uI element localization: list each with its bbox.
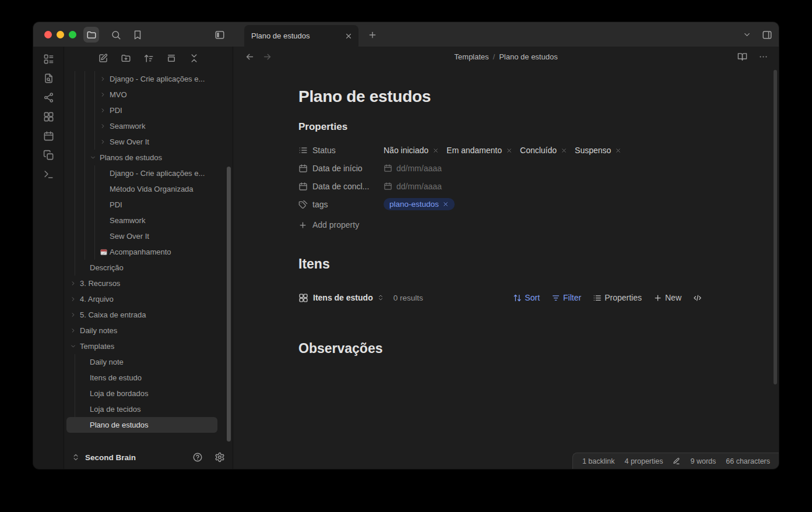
editor-scrollbar[interactable] (774, 70, 777, 384)
date-input[interactable]: dd/mm/aaaa (384, 164, 442, 173)
reading-view-button[interactable] (737, 52, 747, 62)
tree-file[interactable]: Itens de estudo (64, 370, 233, 386)
remove-tag-icon[interactable] (442, 201, 449, 207)
files-tab-button[interactable] (83, 27, 99, 43)
property-row-tags: tags plano-estudos (298, 195, 702, 213)
tree-file[interactable]: Método Vida Organizada (64, 181, 233, 197)
toggle-left-sidebar-button[interactable] (212, 27, 227, 43)
close-tab-icon[interactable] (345, 32, 353, 40)
new-note-button[interactable] (96, 51, 111, 65)
chevron-down-icon[interactable] (90, 150, 100, 165)
base-view-name[interactable]: Itens de estudo (313, 293, 373, 302)
breadcrumb-current[interactable]: Plano de estudos (499, 52, 557, 61)
tab-plano-de-estudos[interactable]: Plano de estudos (244, 25, 358, 47)
tree-folder[interactable]: PDI (64, 103, 233, 118)
tree-folder[interactable]: Templates (64, 338, 233, 354)
multiselect-option[interactable]: Em andamento (447, 146, 502, 155)
chevrons-up-down-icon[interactable] (377, 294, 384, 301)
navigate-back-button[interactable] (245, 52, 255, 62)
property-key[interactable]: Data de início (298, 164, 384, 173)
filter-button[interactable]: Filter (551, 293, 581, 302)
remove-option-icon[interactable] (506, 147, 512, 154)
multiselect-option[interactable]: Não iniciado (384, 146, 428, 155)
property-value[interactable]: Não iniciado Em andamento Concluído Susp… (384, 146, 629, 155)
new-tab-button[interactable] (364, 27, 380, 43)
zoom-window-button[interactable] (69, 31, 76, 38)
ribbon-button-4[interactable] (41, 110, 55, 123)
tree-folder[interactable]: Daily notes (64, 323, 233, 338)
tree-folder[interactable]: Seamwork (64, 118, 233, 134)
help-button[interactable] (192, 452, 203, 462)
tree-file[interactable]: Loja de tecidos (64, 401, 233, 417)
remove-option-icon[interactable] (615, 147, 621, 154)
breadcrumb-parent[interactable]: Templates (454, 52, 488, 61)
backlink-count[interactable]: 1 backlink (582, 457, 615, 465)
minimize-window-button[interactable] (57, 31, 64, 38)
property-key[interactable]: tags (298, 200, 384, 209)
chevron-right-icon[interactable] (70, 323, 80, 338)
tree-folder[interactable]: 3. Recursos (64, 276, 233, 291)
ribbon-button-1[interactable] (41, 52, 55, 66)
tree-file[interactable]: Sew Over It (64, 228, 233, 244)
edit-mode-button[interactable] (673, 457, 680, 465)
vault-switcher[interactable]: Second Brain (64, 446, 233, 469)
note-title[interactable]: Plano de estudos (298, 87, 702, 106)
tree-file[interactable]: Django - Crie aplicações e... (64, 165, 233, 181)
bookmarks-tab-button[interactable] (129, 27, 145, 43)
chevron-right-icon[interactable] (100, 87, 110, 103)
more-options-button[interactable] (758, 52, 768, 62)
ribbon-button-6[interactable] (41, 148, 55, 162)
new-folder-button[interactable] (118, 51, 133, 65)
tree-folder[interactable]: 4. Arquivo (64, 291, 233, 307)
remove-option-icon[interactable] (433, 147, 439, 154)
ribbon-button-7[interactable] (41, 167, 55, 181)
code-view-button[interactable] (693, 294, 702, 302)
fold-button[interactable] (164, 51, 179, 65)
add-property-button[interactable]: Add property (298, 220, 359, 229)
tree-file[interactable]: Loja de bordados (64, 386, 233, 401)
navigate-forward-button[interactable] (262, 52, 272, 62)
search-tab-button[interactable] (108, 27, 124, 43)
tree-file-selected[interactable]: Plano de estudos (66, 417, 217, 433)
close-window-button[interactable] (44, 31, 52, 38)
property-key[interactable]: Data de concl... (298, 182, 384, 191)
multiselect-option[interactable]: Concluído (520, 146, 557, 155)
chevron-right-icon[interactable] (100, 134, 110, 150)
tag-pill[interactable]: plano-estudos (384, 198, 455, 210)
sort-order-button[interactable] (141, 51, 156, 65)
toggle-right-sidebar-button[interactable] (759, 27, 775, 43)
date-input[interactable]: dd/mm/aaaa (384, 182, 442, 191)
new-item-button[interactable]: New (653, 293, 681, 302)
collapse-all-button[interactable] (187, 51, 202, 65)
multiselect-option[interactable]: Suspenso (575, 146, 611, 155)
tree-file[interactable]: Seamwork (64, 213, 233, 228)
chevron-right-icon[interactable] (70, 291, 80, 307)
tree-folder[interactable]: Planos de estudos (64, 150, 233, 165)
tree-folder[interactable]: Sew Over It (64, 134, 233, 150)
tree-folder[interactable]: MVO (64, 87, 233, 103)
remove-option-icon[interactable] (561, 147, 567, 154)
tree-file[interactable]: Descrição (64, 260, 233, 276)
properties-button[interactable]: Properties (593, 293, 642, 302)
gear-icon (215, 452, 225, 462)
sidebar-scrollbar[interactable] (227, 167, 231, 442)
tree-file[interactable]: Acompanhamento (64, 244, 233, 260)
tree-file[interactable]: Daily note (64, 354, 233, 370)
sort-button[interactable]: Sort (513, 293, 540, 302)
ribbon-button-3[interactable] (41, 90, 55, 104)
chevron-right-icon[interactable] (100, 118, 110, 134)
chevron-right-icon[interactable] (100, 71, 110, 87)
chevron-right-icon[interactable] (100, 103, 110, 118)
chevron-right-icon[interactable] (70, 276, 80, 291)
property-key[interactable]: Status (298, 146, 384, 155)
ribbon-button-2[interactable] (41, 71, 55, 85)
ribbon-button-5[interactable] (41, 129, 55, 143)
settings-button[interactable] (215, 452, 225, 462)
property-count[interactable]: 4 properties (624, 457, 663, 465)
tree-file[interactable]: PDI (64, 197, 233, 213)
tree-folder[interactable]: Django - Crie aplicações e... (64, 71, 233, 87)
tree-folder[interactable]: 5. Caixa de entrada (64, 307, 233, 323)
chevron-down-icon[interactable] (70, 338, 80, 354)
tab-list-button[interactable] (739, 27, 755, 43)
chevron-right-icon[interactable] (70, 307, 80, 323)
